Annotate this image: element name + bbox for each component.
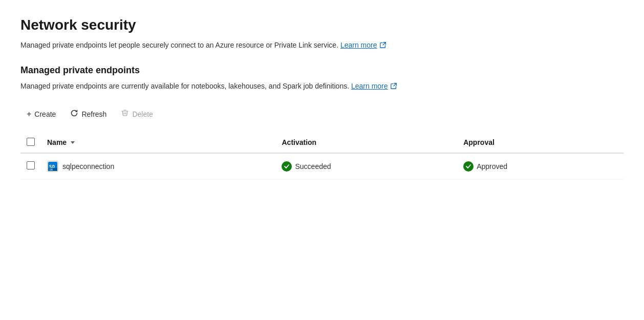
learn-more-1-label: Learn more [340,40,377,51]
name-cell: SQ DB sqlpeconnection [41,153,275,180]
endpoint-name: sqlpeconnection [62,162,114,170]
section-description-text: Managed private endpoints are currently … [20,82,349,90]
activation-column-header: Activation [275,133,457,153]
sort-icon [70,139,76,145]
table-row: SQ DB sqlpeconnection Succeeded [20,153,624,180]
toolbar: + Create Refresh Delete [20,106,624,122]
select-all-checkbox[interactable] [27,138,35,146]
name-column-header[interactable]: Name [41,133,275,153]
activation-success-icon [282,161,292,172]
select-all-header [20,133,41,153]
approval-status-text: Approved [477,162,507,170]
approval-cell: Approved [457,153,624,180]
table-header-row: Name Activation Approval [20,133,624,153]
activation-status-text: Succeeded [295,162,331,170]
section-description: Managed private endpoints are currently … [20,81,410,92]
refresh-icon [70,109,78,119]
page-title: Network security [20,16,624,34]
activation-cell: Succeeded [275,153,457,180]
svg-text:DB: DB [50,168,53,171]
endpoints-table: Name Activation Approval [20,133,624,180]
page-description: Managed private endpoints let people sec… [20,40,410,51]
sql-service-icon: SQ DB [47,161,58,172]
approval-column-header: Approval [457,133,624,153]
row-checkbox-cell [20,153,41,180]
description-text: Managed private endpoints let people sec… [20,41,338,49]
learn-more-link-1[interactable]: Learn more [340,40,387,51]
external-link-icon-2 [390,82,397,90]
create-label: Create [34,110,56,118]
row-checkbox[interactable] [27,161,35,169]
delete-icon [121,109,129,119]
learn-more-2-label: Learn more [351,81,388,92]
approval-success-icon [463,161,474,172]
section-title: Managed private endpoints [20,65,624,76]
refresh-label: Refresh [81,110,106,118]
create-button[interactable]: + Create [20,107,62,121]
external-link-icon-1 [379,41,387,49]
learn-more-link-2[interactable]: Learn more [351,81,397,92]
delete-label: Delete [132,110,153,118]
activation-header-label: Activation [282,138,316,146]
refresh-button[interactable]: Refresh [64,106,113,122]
delete-button[interactable]: Delete [115,106,159,122]
name-header-label: Name [47,138,67,146]
approval-header-label: Approval [463,138,495,146]
plus-icon: + [27,110,31,118]
